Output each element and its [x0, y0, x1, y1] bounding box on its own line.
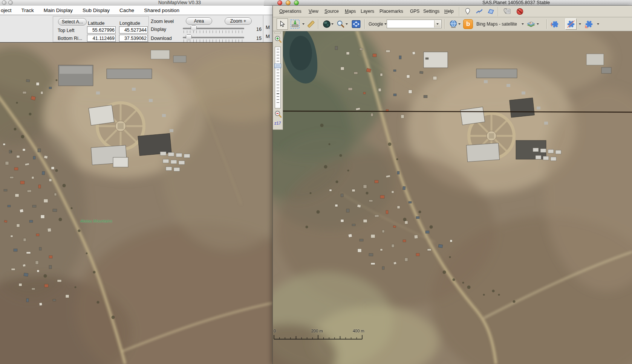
- minimize-icon[interactable]: [286, 0, 291, 5]
- map-place-label: Alatau Mountains: [80, 219, 112, 223]
- top-left-label: Top Left: [58, 28, 74, 33]
- menu-source[interactable]: Source: [324, 6, 339, 17]
- ruler-tool-button[interactable]: [305, 18, 317, 30]
- gps-connect-button[interactable]: [565, 18, 577, 30]
- download-zoom-slider[interactable]: [183, 37, 244, 38]
- menu-placemarks[interactable]: Placemarks: [380, 6, 403, 17]
- fullscreen-icon: [352, 20, 361, 28]
- menu-shared-position[interactable]: Shared position: [144, 8, 179, 13]
- top-left-latitude-field[interactable]: [87, 26, 116, 34]
- chevron-down-icon[interactable]: [522, 23, 524, 25]
- toolbar-separator: [546, 19, 547, 29]
- layers-button[interactable]: [525, 18, 537, 30]
- nonimapview-titlebar: NoniMapView V0.33: [0, 0, 264, 6]
- chevron-down-icon[interactable]: [597, 23, 599, 25]
- menu-help[interactable]: Help: [444, 6, 454, 17]
- satellite-imagery-left: [0, 43, 272, 364]
- select-area-button[interactable]: Select A...: [58, 18, 87, 26]
- download-slider-ticks: [184, 40, 244, 42]
- area-button[interactable]: Area: [186, 17, 212, 25]
- zoom-window-icon[interactable]: [294, 0, 299, 5]
- map-source-selector[interactable]: Bing Maps - satellite: [476, 21, 517, 27]
- toolbar-separator: [445, 19, 445, 29]
- chevron-down-icon[interactable]: [458, 23, 461, 25]
- menu-operations[interactable]: Operations: [279, 6, 301, 17]
- internet-cache-button[interactable]: [448, 18, 459, 30]
- cursor-tool-button[interactable]: [277, 18, 288, 30]
- zoom-slider-ticks: [277, 49, 279, 105]
- menu-cache[interactable]: Cache: [119, 8, 134, 13]
- add-placemark-icon[interactable]: [462, 6, 473, 17]
- gps-track-save-button[interactable]: [583, 18, 595, 30]
- add-path-icon[interactable]: [474, 6, 485, 17]
- selection-manager-button[interactable]: [289, 18, 301, 30]
- nonimapview-menubar: oject Track Main Display Sub Display Cac…: [0, 6, 272, 15]
- combo-dropdown-button[interactable]: [434, 20, 441, 27]
- zoom-plus-button[interactable]: Zoom +: [225, 17, 252, 25]
- scale-mid-label: 200 m: [311, 329, 323, 333]
- zoom-out-icon[interactable]: [274, 110, 282, 119]
- menu-settings[interactable]: Settings: [423, 6, 439, 17]
- nonimapview-window: NoniMapView V0.33 oject Track Main Displ…: [0, 0, 272, 364]
- fullscreen-button[interactable]: [350, 18, 362, 30]
- gps-signal-icon: [550, 19, 560, 29]
- chevron-down-icon: [436, 23, 439, 25]
- zoom-level-value: z17: [274, 121, 281, 125]
- gps-tracking-button[interactable]: [549, 18, 561, 30]
- sasplanet-toolbar: Google b Bing Maps - sate: [273, 17, 632, 31]
- bottom-right-longitude-field[interactable]: [119, 35, 148, 42]
- menu-project[interactable]: oject: [1, 8, 12, 13]
- desktop: NoniMapView V0.33 oject Track Main Displ…: [0, 0, 632, 364]
- zoom-group: Zoom level Area Zoom + Display 16 Downlo…: [150, 16, 263, 41]
- window-title: SAS.Planet 140505.8037 Stable: [482, 0, 550, 6]
- menu-gps[interactable]: GPS: [410, 6, 419, 17]
- zoom-level-label: Zoom level: [151, 19, 174, 24]
- top-left-longitude-field[interactable]: [119, 26, 148, 34]
- menu-layers[interactable]: Layers: [361, 6, 374, 17]
- sasplanet-window: SAS.Planet 140505.8037 Stable Operations…: [264, 0, 632, 364]
- toolbar-separator: [459, 7, 460, 16]
- selection-manager-icon: [290, 19, 300, 29]
- zoom-slider-thumb[interactable]: [274, 64, 281, 68]
- menu-sub-display[interactable]: Sub Display: [83, 8, 110, 13]
- ruler-icon: [306, 20, 315, 29]
- satellite-imagery-right: [273, 31, 632, 364]
- chevron-down-icon[interactable]: [302, 23, 305, 25]
- search-icon: [336, 20, 345, 29]
- globe-dark-icon: [323, 20, 331, 28]
- window-button-icon[interactable]: [8, 0, 13, 5]
- menu-main-display[interactable]: Main Display: [44, 8, 73, 13]
- search-combo[interactable]: [387, 20, 442, 28]
- download-label: Download: [151, 36, 172, 41]
- display-label: Display: [151, 27, 166, 32]
- zoom-slider[interactable]: [275, 47, 281, 108]
- chevron-down-icon[interactable]: [537, 23, 539, 25]
- bottom-right-latitude-field[interactable]: [87, 35, 116, 42]
- scale-bar: 0 200 m 400 m: [274, 329, 366, 340]
- menu-maps[interactable]: Maps: [345, 6, 356, 17]
- menu-track[interactable]: Track: [21, 8, 34, 13]
- coordinates-group: Select A... Latitude Longitude Top Left …: [53, 16, 149, 42]
- download-zoom-value: 15: [256, 36, 262, 41]
- placemark-manager-icon[interactable]: [501, 6, 513, 17]
- hide-marks-icon[interactable]: [514, 6, 525, 17]
- chevron-down-icon[interactable]: [331, 23, 334, 25]
- satellite-map-right[interactable]: z17 0 200 m 400 m: [273, 31, 632, 364]
- window-title: NoniMapView V0.33: [158, 0, 201, 6]
- menu-view[interactable]: View: [309, 6, 318, 17]
- search-button[interactable]: [335, 18, 346, 30]
- window-button-icon[interactable]: [2, 0, 6, 5]
- toolbar-grip[interactable]: [274, 32, 281, 34]
- chevron-down-icon[interactable]: [346, 23, 348, 25]
- google-source-dropdown[interactable]: Google: [369, 21, 383, 27]
- gps-marker-icon: [566, 19, 576, 29]
- previous-map-button[interactable]: [321, 18, 332, 30]
- satellite-map-left[interactable]: Alatau Mountains: [0, 43, 272, 364]
- display-zoom-value: 16: [256, 27, 262, 32]
- close-icon[interactable]: [277, 0, 282, 5]
- chevron-down-icon[interactable]: [579, 23, 581, 25]
- toolbar-separator: [318, 19, 319, 29]
- bing-logo-icon: b: [463, 19, 473, 29]
- zoom-in-icon[interactable]: [274, 35, 282, 44]
- add-polygon-icon[interactable]: [485, 6, 496, 17]
